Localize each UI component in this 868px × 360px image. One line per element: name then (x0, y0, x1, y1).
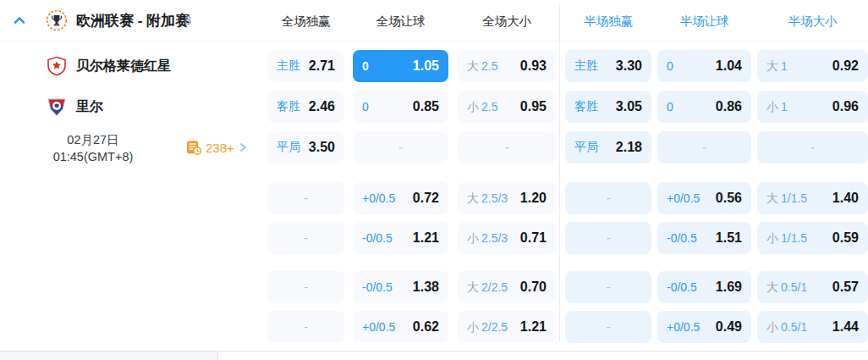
odds-cell[interactable]: 平局2.18 (565, 131, 651, 163)
odds-label: +0/0.5 (362, 320, 395, 334)
column-header-1: 全场独赢 (267, 14, 344, 30)
chevron-right-icon (237, 141, 249, 153)
odds-cell[interactable]: -0/0.51.38 (353, 271, 448, 303)
odds-cell[interactable]: 小1/1.50.59 (757, 222, 868, 254)
odds-cell[interactable]: 客胜2.46 (267, 91, 344, 123)
odds-cell-empty: - (267, 311, 344, 343)
empty-dash: - (702, 141, 706, 154)
empty-dash: - (607, 280, 611, 294)
odds-cell[interactable]: 01.04 (657, 50, 751, 82)
away-team-name[interactable]: 里尔 (76, 98, 103, 116)
handicap-line: 1/1.5 (781, 191, 807, 205)
odds-value: 1.21 (520, 319, 547, 335)
odds-cell[interactable]: +0/0.50.49 (657, 311, 751, 343)
odds-cell-empty: - (353, 131, 448, 163)
odds-value: 1.20 (520, 191, 547, 206)
odds-cell[interactable]: 小0.5/11.44 (757, 311, 868, 343)
odds-cell-empty: - (757, 131, 868, 163)
odds-cell[interactable]: +0/0.50.72 (353, 182, 448, 214)
over-under-prefix: 大 (766, 191, 778, 205)
odds-value: 1.40 (832, 191, 859, 206)
odds-value: 0.92 (832, 58, 859, 74)
over-under-prefix: 大 (467, 191, 479, 205)
over-under-prefix: 小 (766, 231, 778, 245)
odds-cell-empty: - (267, 222, 344, 254)
league-title: 欧洲联赛 - 附加赛 (76, 11, 190, 30)
odds-label: -0/0.5 (667, 280, 697, 294)
over-under-prefix: 小 (766, 100, 778, 114)
odds-label: 0 (362, 100, 369, 114)
odds-value: 1.51 (716, 230, 742, 246)
match-count-badge: 8 (184, 13, 191, 27)
empty-dash: - (304, 191, 308, 205)
match-datetime: 02月27日 01:45(GMT+8) (0, 131, 186, 165)
column-header-2: 全场让球 (353, 14, 448, 30)
over-under-prefix: 大 (766, 59, 778, 73)
odds-cell-empty: - (267, 271, 344, 303)
home-team-crest-icon (47, 56, 67, 76)
odds-cell[interactable]: 00.86 (657, 91, 751, 123)
odds-value: 0.59 (832, 230, 859, 246)
odds-cell[interactable]: 大2.5/31.20 (458, 182, 556, 214)
odds-value: 2.46 (309, 99, 335, 114)
odds-label: 主胜 (574, 58, 598, 74)
odds-value: 0.49 (716, 319, 742, 335)
odds-cell[interactable]: -0/0.51.21 (353, 222, 448, 254)
odds-cell[interactable]: +0/0.50.62 (353, 311, 448, 343)
away-team-row: 里尔 (0, 91, 267, 123)
odds-label: -0/0.5 (362, 231, 393, 245)
odds-value: 1.21 (413, 230, 439, 246)
odds-cell[interactable]: 主胜3.30 (565, 50, 651, 82)
odds-value: 2.18 (616, 140, 642, 155)
handicap-line: 2/2.5 (481, 320, 508, 334)
odds-cell-empty: - (267, 182, 344, 214)
odds-cell[interactable]: -0/0.51.51 (657, 222, 751, 254)
odds-cell[interactable]: 主胜2.71 (267, 50, 344, 82)
odds-cell-empty: - (657, 131, 751, 163)
odds-cell[interactable]: 大10.92 (757, 50, 868, 82)
odds-value: 0.72 (413, 191, 439, 206)
match-time: 01:45(GMT+8) (0, 148, 186, 165)
odds-panel: 欧洲联赛 - 附加赛 8 全场独赢全场让球全场大小半场独赢半场让球半场大小 贝尔… (0, 0, 868, 360)
odds-cell[interactable]: 小2.5/30.71 (458, 222, 556, 254)
odds-cell[interactable]: 客胜3.05 (565, 91, 651, 123)
odds-value: 1.04 (716, 58, 742, 74)
odds-cell-empty: - (565, 271, 651, 303)
away-team-crest-icon (47, 97, 67, 117)
empty-dash: - (304, 280, 308, 294)
column-header-5: 半场让球 (657, 14, 751, 30)
odds-cell-empty: - (458, 131, 556, 163)
collapse-chevron-up-icon[interactable] (12, 13, 27, 28)
odds-cell-empty: - (565, 182, 651, 214)
odds-value: 1.38 (413, 280, 439, 295)
odds-value: 0.96 (832, 99, 859, 114)
odds-cell[interactable]: 小2.50.95 (458, 91, 556, 123)
odds-cell[interactable]: 小2/2.51.21 (458, 311, 556, 343)
odds-value: 1.44 (832, 319, 859, 335)
odds-cell[interactable]: 大2/2.50.70 (458, 271, 556, 303)
more-markets-button[interactable]: 238+ (186, 140, 249, 155)
handicap-line: 2/2.5 (481, 280, 508, 294)
odds-cell[interactable]: 大1/1.51.40 (757, 182, 868, 214)
odds-cell[interactable]: -0/0.51.69 (657, 271, 751, 303)
odds-cell[interactable]: 00.85 (353, 91, 448, 123)
odds-cell[interactable]: 平局3.50 (267, 131, 344, 163)
handicap-line: 2.5/3 (481, 231, 508, 245)
section-divider (559, 5, 560, 342)
odds-cell[interactable]: 01.05 (353, 50, 448, 82)
odds-label: 0 (667, 100, 673, 114)
odds-label: 小2/2.5 (467, 319, 508, 335)
column-header-3: 全场大小 (458, 14, 556, 30)
odds-cell[interactable]: +0/0.50.56 (657, 182, 751, 214)
odds-label: 大0.5/1 (766, 280, 807, 296)
odds-value: 0.70 (520, 280, 547, 295)
odds-cell[interactable]: 大0.5/10.57 (757, 271, 868, 303)
odds-label: 小2.5/3 (467, 230, 508, 246)
odds-value: 0.56 (716, 191, 742, 206)
next-section-edge (0, 352, 218, 360)
over-under-prefix: 大 (467, 59, 479, 73)
handicap-line: 2.5/3 (481, 191, 508, 205)
odds-cell[interactable]: 大2.50.93 (458, 50, 556, 82)
odds-cell[interactable]: 小10.96 (757, 91, 868, 123)
home-team-name[interactable]: 贝尔格莱德红星 (76, 58, 171, 75)
